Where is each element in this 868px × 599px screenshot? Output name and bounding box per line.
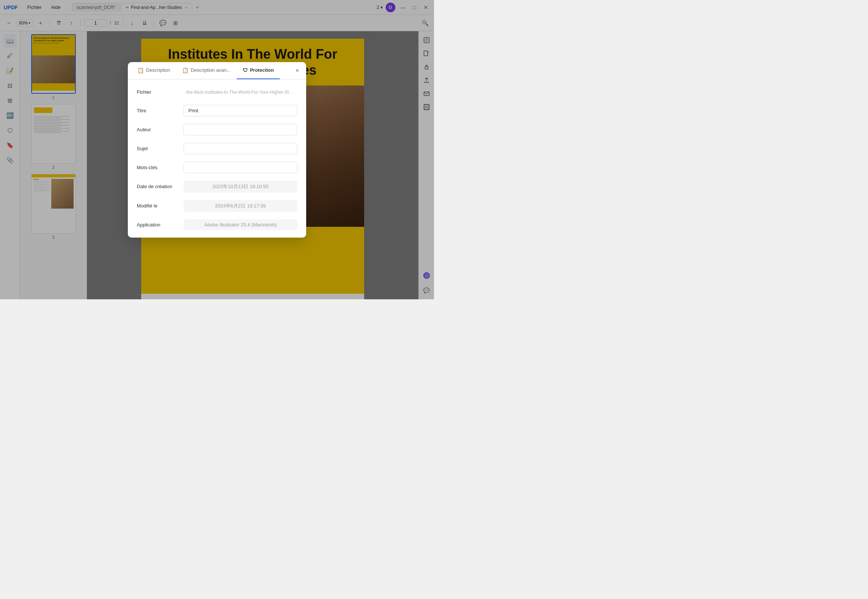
description-avancee-tab-label: Description avan... xyxy=(191,67,231,73)
protection-tab-label: Protection xyxy=(250,67,274,73)
protection-tab-icon: 🛡 xyxy=(243,67,248,73)
description-avancee-tab-icon: 📋 xyxy=(182,67,188,73)
modal-tab-protection[interactable]: 🛡 Protection xyxy=(237,62,280,79)
modal-tab-description[interactable]: 📋 Description xyxy=(132,62,176,79)
application-label: Application xyxy=(137,222,177,227)
fichier-label: Fichier xyxy=(137,89,177,95)
date-creation-value: 2022年10月13日 18:10:50 xyxy=(183,181,297,193)
modifie-value: 2024年6月2日 19:17:39 xyxy=(183,200,297,212)
mots-cles-label: Mots-clés xyxy=(137,165,177,170)
auteur-row: Auteur xyxy=(128,120,306,139)
modal-tab-description-avancee[interactable]: 📋 Description avan... xyxy=(176,62,237,79)
auteur-label: Auteur xyxy=(137,127,177,132)
titre-label: Titre xyxy=(137,108,177,113)
auteur-input[interactable] xyxy=(183,124,297,135)
sujet-row: Sujet xyxy=(128,139,306,158)
modifie-row: Modifié le 2024年6月2日 19:17:39 xyxy=(128,196,306,216)
modal-tabs: 📋 Description 📋 Description avan... 🛡 Pr… xyxy=(128,62,306,80)
application-value: Adobe Illustrator 25.4 (Macintosh) xyxy=(183,220,297,230)
mots-cles-input[interactable] xyxy=(183,162,297,173)
modal-close-btn[interactable]: × xyxy=(292,65,302,76)
mots-cles-row: Mots-clés xyxy=(128,158,306,177)
description-tab-icon: 📋 xyxy=(138,67,144,73)
fichier-value: -the-Best-Institutes-In-The-World-For-Yo… xyxy=(183,87,297,98)
document-properties-modal: 📋 Description 📋 Description avan... 🛡 Pr… xyxy=(128,62,306,238)
modifie-label: Modifié le xyxy=(137,203,177,209)
sujet-label: Sujet xyxy=(137,146,177,151)
application-row: Application Adobe Illustrator 25.4 (Maci… xyxy=(128,216,306,234)
date-creation-row: Date de création 2022年10月13日 18:10:50 xyxy=(128,177,306,196)
modal-body: Fichier -the-Best-Institutes-In-The-Worl… xyxy=(128,80,306,238)
modal-overlay[interactable]: 📋 Description 📋 Description avan... 🛡 Pr… xyxy=(0,0,434,300)
description-tab-label: Description xyxy=(146,67,170,73)
fichier-row: Fichier -the-Best-Institutes-In-The-Worl… xyxy=(128,83,306,101)
titre-input[interactable] xyxy=(183,105,297,116)
date-creation-label: Date de création xyxy=(137,184,177,189)
titre-row: Titre xyxy=(128,101,306,120)
sujet-input[interactable] xyxy=(183,143,297,154)
